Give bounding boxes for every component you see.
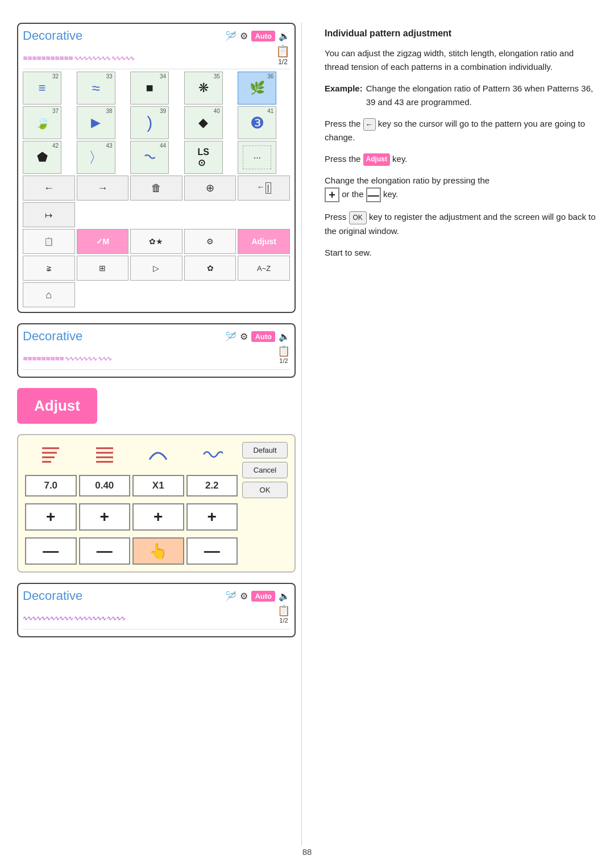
example-text: Change the elongation ratio of Pattern 3…	[366, 82, 597, 109]
pattern-preview-row-2: ≋≋≋≋≋≋≋≋≋ ∿∿∿∿∿∿∿ ∿∿∿	[23, 348, 290, 370]
adjust-icon-elongation	[132, 442, 184, 467]
auto-badge-1: Auto	[251, 31, 275, 41]
screen-panel-2: Decorative 🪡 ⚙ Auto 🔈 📋 1/2 ≋≋≋≋≋≋≋≋≋ ∿∿…	[17, 323, 296, 378]
step2: Press the Adjust key.	[325, 152, 597, 166]
nav-split[interactable]: ←|	[238, 176, 290, 201]
screen-header-1: Decorative 🪡 ⚙ Auto 🔈	[23, 28, 290, 45]
pattern-cell-34[interactable]: 34 ■	[130, 72, 169, 105]
bottom-flower[interactable]: ✿	[184, 256, 237, 281]
screen-header-3: Decorative 🪡 ⚙ Auto 🔈	[23, 589, 290, 606]
minus-length[interactable]: —	[79, 537, 131, 565]
bottom-arrow[interactable]: ▷	[130, 256, 182, 281]
page-badge-2: 📋 1/2	[277, 345, 290, 364]
adjust-button[interactable]: Adjust	[17, 388, 97, 424]
pattern-cell-35[interactable]: 35 ❋	[184, 72, 223, 105]
pattern-cell-41[interactable]: 41 ❸	[238, 106, 276, 139]
example-block: Example: Change the elongation ratio of …	[325, 82, 597, 109]
left-column: Decorative 🪡 ⚙ Auto 🔈 📋 1/2 ≋≋≋≋≋≋≋≋≋≋≋ …	[17, 23, 296, 845]
pattern-cell-33[interactable]: 33 ≈	[77, 72, 115, 105]
step3: Change the elongation ratio by pressing …	[325, 174, 597, 202]
default-button[interactable]: Default	[242, 442, 288, 458]
pattern-preview-waves-2: ≋≋≋≋≋≋≋≋≋ ∿∿∿∿∿∿∿ ∿∿∿	[23, 355, 111, 362]
screen-header-right-2: 🪡 ⚙ Auto 🔈	[225, 331, 290, 342]
page-number: 88	[302, 847, 312, 857]
minus-tension[interactable]: —	[186, 537, 238, 565]
pattern-cell-39[interactable]: 39 )	[130, 106, 169, 139]
adjust-value-length: 0.40	[79, 475, 131, 496]
adjust-right: Default Cancel OK	[242, 442, 288, 565]
plus-elongation[interactable]: +	[132, 503, 184, 531]
func-bobbin[interactable]: ⚙	[184, 229, 237, 254]
page-badge-1: 📋 1/2	[276, 44, 290, 66]
needle-icon: 🪡	[225, 31, 237, 41]
pattern-icon-dots: ⋯	[243, 145, 271, 169]
pattern-icon-36: 🌿	[250, 81, 265, 95]
minus-key: —	[366, 187, 381, 202]
screen-title-3: Decorative	[23, 589, 82, 603]
pattern-cell-37[interactable]: 37 🍃	[23, 106, 61, 139]
pattern-cell-36[interactable]: 36 🌿	[238, 72, 276, 105]
nav-ext[interactable]: ↦	[23, 202, 75, 227]
example-label: Example:	[325, 82, 363, 109]
adjust-panel: 7.0 0.40 X1 2.2 + + + + —	[17, 434, 296, 573]
para1: You can adjust the zigzag width, stitch …	[325, 47, 597, 74]
needle-icon-3: 🪡	[225, 591, 237, 602]
pattern-cell-43[interactable]: 43 〉	[77, 141, 115, 174]
pattern-preview-waves-3: ∿∿∿∿∿∿∿∿∿∿∿ ∿∿∿∿∿∿∿ ∿∿∿∿	[23, 615, 125, 622]
pattern-icon-42: ⬟	[37, 150, 48, 165]
speaker-icon-2: 🔈	[279, 331, 290, 342]
pattern-icon-35: ❋	[198, 81, 209, 95]
pattern-icon-ls: LS⊙	[198, 147, 209, 168]
bottom-grid[interactable]: ⊞	[77, 256, 129, 281]
func-vm[interactable]: ✓M	[77, 229, 129, 254]
screen-title-1: Decorative	[23, 28, 82, 43]
pattern-icon-41: ❸	[250, 114, 264, 132]
minus-elongation[interactable]: 👆	[132, 537, 184, 565]
nav-left[interactable]: ←	[23, 176, 75, 201]
page-badge-3: 📋 1/2	[277, 604, 290, 624]
pattern-grid-1: 32 ≡ 33 ≈ 34 ■ 35 ❋ 36 🌿	[23, 72, 290, 174]
thread-icon-2: ⚙	[240, 331, 248, 342]
pattern-cell-dots[interactable]: ⋯	[238, 141, 276, 174]
screen-header-right-1: 🪡 ⚙ Auto 🔈	[225, 31, 290, 41]
nav-right[interactable]: →	[77, 176, 129, 201]
auto-badge-2: Auto	[251, 331, 275, 342]
cancel-button[interactable]: Cancel	[242, 462, 288, 478]
bottom-az[interactable]: A~Z	[238, 256, 290, 281]
adjust-key: Adjust	[363, 153, 390, 165]
step1: Press the ← key so the cursor will go to…	[325, 117, 597, 144]
ok-button[interactable]: OK	[242, 482, 288, 498]
nav-expand[interactable]: ⊕	[184, 176, 237, 201]
plus-length[interactable]: +	[79, 503, 131, 531]
adjust-values-row: 7.0 0.40 X1 2.2	[25, 475, 238, 496]
func-adjust-1[interactable]: Adjust	[238, 229, 290, 254]
bottom-zigzag[interactable]: ≩	[23, 256, 75, 281]
func-emblem[interactable]: ✿★	[130, 229, 182, 254]
plus-width[interactable]: +	[25, 503, 77, 531]
pattern-cell-40[interactable]: 40 ◆	[184, 106, 223, 139]
step5: Start to sew.	[325, 246, 597, 260]
pattern-cell-42[interactable]: 42 ⬟	[23, 141, 61, 174]
adjust-icons-row	[25, 442, 238, 467]
pattern-cell-38[interactable]: 38 ▶	[77, 106, 115, 139]
pattern-cell-44[interactable]: 44 〜	[130, 141, 169, 174]
bottom-house[interactable]: ⌂	[23, 282, 75, 307]
plus-tension[interactable]: +	[186, 503, 238, 531]
func-memo[interactable]: 📋	[23, 229, 75, 254]
page-badge-num: 1/2	[278, 58, 288, 66]
pattern-cell-ls[interactable]: LS⊙	[184, 141, 223, 174]
pattern-preview-waves-1: ≋≋≋≋≋≋≋≋≋≋≋ ∿∿∿∿∿∿∿∿ ∿∿∿∿∿	[23, 55, 134, 62]
adjust-value-width: 7.0	[25, 475, 77, 496]
pattern-icon-44: 〜	[142, 148, 158, 168]
section-title: Individual pattern adjustment	[325, 28, 597, 39]
finger-icon: 👆	[149, 542, 167, 560]
pattern-cell-32[interactable]: 32 ≡	[23, 72, 61, 105]
pattern-icon-39: )	[147, 113, 152, 132]
screen-header-2: Decorative 🪡 ⚙ Auto 🔈	[23, 329, 290, 346]
pattern-icon-37: 🍃	[35, 115, 50, 130]
func-row-1: 📋 ✓M ✿★ ⚙ Adjust	[23, 229, 290, 254]
step4: Press OK key to register the adjustment …	[325, 210, 597, 238]
pattern-preview-row-1: ≋≋≋≋≋≋≋≋≋≋≋ ∿∿∿∿∿∿∿∿ ∿∿∿∿∿	[23, 48, 290, 69]
nav-trash[interactable]: 🗑	[130, 176, 182, 201]
minus-width[interactable]: —	[25, 537, 77, 565]
